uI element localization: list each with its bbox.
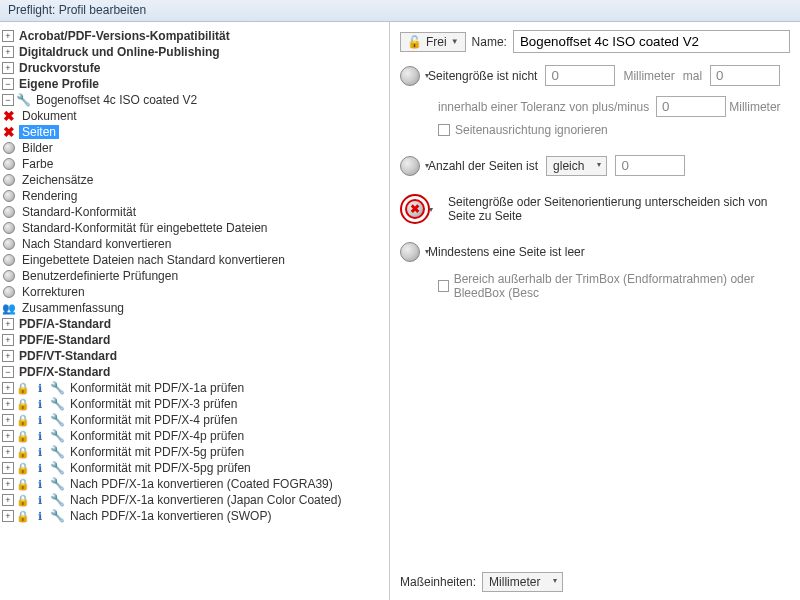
tree-item-zeichensaetze[interactable]: Zeichensätze: [2, 172, 387, 188]
tree-item-pdfx-4[interactable]: +🔒ℹ🔧Konformität mit PDF/X-4 prüfen: [2, 412, 387, 428]
tree-item-eigene-profile[interactable]: −Eigene Profile: [2, 76, 387, 92]
expand-icon[interactable]: +: [2, 446, 14, 458]
wrench-icon: 🔧: [50, 413, 64, 427]
profile-settings-panel: 🔓 Frei ▼ Name: Seitengröße ist nicht Mil…: [390, 22, 800, 600]
mal-label: mal: [683, 69, 702, 83]
severity-toggle[interactable]: [400, 242, 420, 262]
collapse-icon[interactable]: −: [2, 366, 14, 378]
tree-item-pdfx-5pg[interactable]: +🔒ℹ🔧Konformität mit PDF/X-5pg prüfen: [2, 460, 387, 476]
dot-icon: [3, 270, 15, 282]
error-icon: ✖: [2, 125, 16, 139]
wrench-icon: 🔧: [50, 429, 64, 443]
info-icon: ℹ: [33, 493, 47, 507]
tree-item-embedded-konvertieren[interactable]: Eingebettete Dateien nach Standard konve…: [2, 252, 387, 268]
wrench-icon: 🔧: [16, 93, 30, 107]
expand-icon[interactable]: +: [2, 494, 14, 506]
comparison-dropdown[interactable]: gleich: [546, 156, 607, 176]
setting-label: Seitengröße oder Seitenorientierung unte…: [448, 195, 790, 223]
units-label: Maßeinheiten:: [400, 575, 476, 589]
setting-label: Seitengröße ist nicht: [428, 69, 537, 83]
tree-item-pdfx-convert-fogra[interactable]: +🔒ℹ🔧Nach PDF/X-1a konvertieren (Coated F…: [2, 476, 387, 492]
lock-icon: 🔒: [16, 397, 30, 411]
trimbox-checkbox[interactable]: [438, 280, 449, 292]
info-icon: ℹ: [33, 381, 47, 395]
width-input[interactable]: [545, 65, 615, 86]
tree-item-druckvorstufe[interactable]: +Druckvorstufe: [2, 60, 387, 76]
expand-icon[interactable]: +: [2, 414, 14, 426]
expand-icon[interactable]: +: [2, 398, 14, 410]
wrench-icon: 🔧: [50, 493, 64, 507]
wrench-icon: 🔧: [50, 461, 64, 475]
expand-icon[interactable]: +: [2, 62, 14, 74]
tree-item-pdfx-1a[interactable]: +🔒ℹ🔧Konformität mit PDF/X-1a prüfen: [2, 380, 387, 396]
severity-toggle[interactable]: [400, 156, 420, 176]
ignore-orientation-checkbox[interactable]: [438, 124, 450, 136]
tree-item-pdfx-convert-japan[interactable]: +🔒ℹ🔧Nach PDF/X-1a konvertieren (Japan Co…: [2, 492, 387, 508]
tree-item-std-konformitaet[interactable]: Standard-Konformität: [2, 204, 387, 220]
tree-item-pdfx[interactable]: −PDF/X-Standard: [2, 364, 387, 380]
tree-item-benutzerdef[interactable]: Benutzerdefinierte Prüfungen: [2, 268, 387, 284]
lock-icon: 🔒: [16, 493, 30, 507]
tree-item-bogenoffset[interactable]: −🔧Bogenoffset 4c ISO coated V2: [2, 92, 387, 108]
lock-state-dropdown[interactable]: 🔓 Frei ▼: [400, 32, 466, 52]
lock-icon: 🔒: [16, 477, 30, 491]
tree-item-pdfx-3[interactable]: +🔒ℹ🔧Konformität mit PDF/X-3 prüfen: [2, 396, 387, 412]
tolerance-input[interactable]: [656, 96, 726, 117]
tree-item-pdfx-4p[interactable]: +🔒ℹ🔧Konformität mit PDF/X-4p prüfen: [2, 428, 387, 444]
profile-name-input[interactable]: [513, 30, 790, 53]
error-icon: ✖: [2, 109, 16, 123]
height-input[interactable]: [710, 65, 780, 86]
page-count-input[interactable]: [615, 155, 685, 176]
tree-item-seiten[interactable]: ✖Seiten: [2, 124, 387, 140]
dot-icon: [3, 206, 15, 218]
setting-label: Mindestens eine Seite ist leer: [428, 245, 585, 259]
tolerance-label: innerhalb einer Toleranz von plus/minus: [438, 100, 649, 114]
expand-icon[interactable]: +: [2, 30, 14, 42]
tree-item-std-konformitaet-embedded[interactable]: Standard-Konformität für eingebettete Da…: [2, 220, 387, 236]
tree-item-bilder[interactable]: Bilder: [2, 140, 387, 156]
lock-icon: 🔒: [16, 381, 30, 395]
window-title: Preflight: Profil bearbeiten: [0, 0, 800, 22]
tree-item-acrobat[interactable]: +Acrobat/PDF-Versions-Kompatibilität: [2, 28, 387, 44]
expand-icon[interactable]: +: [2, 462, 14, 474]
tree-item-dokument[interactable]: ✖Dokument: [2, 108, 387, 124]
tree-item-digitaldruck[interactable]: +Digitaldruck und Online-Publishing: [2, 44, 387, 60]
checkbox-label: Seitenausrichtung ignorieren: [455, 123, 608, 137]
severity-toggle-error[interactable]: ✖: [405, 199, 425, 219]
tree-item-pdfx-convert-swop[interactable]: +🔒ℹ🔧Nach PDF/X-1a konvertieren (SWOP): [2, 508, 387, 524]
severity-toggle[interactable]: [400, 66, 420, 86]
info-icon: ℹ: [33, 397, 47, 411]
info-icon: ℹ: [33, 413, 47, 427]
collapse-icon[interactable]: −: [2, 94, 14, 106]
units-dropdown[interactable]: Millimeter: [482, 572, 563, 592]
tree-item-nach-std-konvertieren[interactable]: Nach Standard konvertieren: [2, 236, 387, 252]
tree-item-zusammenfassung[interactable]: 👥Zusammenfassung: [2, 300, 387, 316]
tree-item-rendering[interactable]: Rendering: [2, 188, 387, 204]
tree-item-pdfx-5g[interactable]: +🔒ℹ🔧Konformität mit PDF/X-5g prüfen: [2, 444, 387, 460]
expand-icon[interactable]: +: [2, 510, 14, 522]
info-icon: ℹ: [33, 429, 47, 443]
collapse-icon[interactable]: −: [2, 78, 14, 90]
tree-item-farbe[interactable]: Farbe: [2, 156, 387, 172]
expand-icon[interactable]: +: [2, 478, 14, 490]
expand-icon[interactable]: +: [2, 350, 14, 362]
unlock-icon: 🔓: [407, 35, 422, 49]
wrench-icon: 🔧: [50, 509, 64, 523]
dot-icon: [3, 142, 15, 154]
info-icon: ℹ: [33, 445, 47, 459]
unit-label: Millimeter: [623, 69, 674, 83]
wrench-icon: 🔧: [50, 477, 64, 491]
wrench-icon: 🔧: [50, 445, 64, 459]
expand-icon[interactable]: +: [2, 430, 14, 442]
tree-item-pdfvt[interactable]: +PDF/VT-Standard: [2, 348, 387, 364]
expand-icon[interactable]: +: [2, 334, 14, 346]
setting-label: Anzahl der Seiten ist: [428, 159, 538, 173]
tree-item-pdfa[interactable]: +PDF/A-Standard: [2, 316, 387, 332]
tree-item-pdfe[interactable]: +PDF/E-Standard: [2, 332, 387, 348]
expand-icon[interactable]: +: [2, 318, 14, 330]
lock-icon: 🔒: [16, 445, 30, 459]
expand-icon[interactable]: +: [2, 382, 14, 394]
expand-icon[interactable]: +: [2, 46, 14, 58]
tree-item-korrekturen[interactable]: Korrekturen: [2, 284, 387, 300]
dot-icon: [3, 254, 15, 266]
